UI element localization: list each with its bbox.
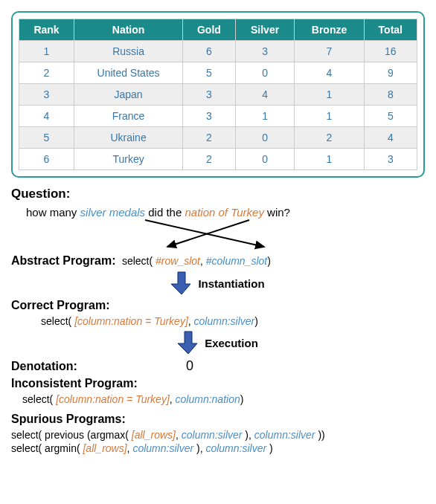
- sp2-c2: column:silver: [205, 442, 266, 454]
- cell-silver: 4: [235, 84, 295, 106]
- cell-nation: Turkey: [74, 149, 183, 170]
- cell-rank: 6: [19, 149, 74, 170]
- instantiation-row: Instantiation: [11, 271, 425, 296]
- cell-bronze: 1: [295, 149, 364, 170]
- cell-rank: 1: [19, 41, 74, 62]
- q-post: win?: [264, 206, 290, 219]
- cell-silver: 0: [235, 62, 295, 84]
- q-silver: silver medals: [80, 206, 146, 219]
- th-total: Total: [364, 19, 417, 41]
- cell-bronze: 4: [295, 62, 364, 84]
- ap-comma: ,: [200, 255, 206, 267]
- q-turkey: nation of Turkey: [185, 206, 263, 219]
- question-text: how many silver medals did the nation of…: [26, 206, 425, 219]
- cp-close: ): [254, 315, 258, 327]
- sp1-t4: )): [315, 429, 325, 441]
- ip-close: ): [240, 393, 244, 405]
- cell-silver: 3: [235, 41, 295, 62]
- ap-close: ): [267, 255, 271, 267]
- svg-line-1: [167, 220, 249, 247]
- th-bronze: Bronze: [295, 19, 364, 41]
- ap-colslot: #column_slot: [206, 255, 268, 267]
- cell-total: 16: [364, 41, 417, 62]
- inconsistent-code: select( [column:nation = Turkey], column…: [22, 393, 425, 405]
- down-arrow-icon: [178, 330, 199, 355]
- ap-pre: select(: [122, 255, 156, 267]
- cell-bronze: 1: [295, 106, 364, 127]
- cell-gold: 5: [183, 62, 236, 84]
- spurious-line-2: select( argmin( [all_rows], column:silve…: [11, 442, 425, 454]
- question-label: Question:: [11, 187, 425, 201]
- table-row: 5Ukraine2024: [19, 127, 417, 149]
- denotation-line: Denotation: 0: [11, 358, 425, 374]
- cp-comma: ,: [188, 315, 194, 327]
- table-row: 2United States5049: [19, 62, 417, 84]
- cell-rank: 2: [19, 62, 74, 84]
- cell-rank: 3: [19, 84, 74, 106]
- cell-gold: 3: [183, 106, 236, 127]
- cell-silver: 0: [235, 127, 295, 149]
- cell-gold: 2: [183, 149, 236, 170]
- cell-rank: 5: [19, 127, 74, 149]
- sp1-t2: ,: [176, 429, 182, 441]
- cell-total: 3: [364, 149, 417, 170]
- sp1-t3: ),: [242, 429, 254, 441]
- sp2-t4: ): [266, 442, 273, 454]
- sp1-all: [all_rows]: [132, 429, 176, 441]
- inconsistent-label-line: Inconsistent Program:: [11, 377, 425, 390]
- inconsistent-label: Inconsistent Program:: [11, 377, 138, 390]
- table-row: 3Japan3418: [19, 84, 417, 106]
- cell-nation: United States: [74, 62, 183, 84]
- spurious-line-1: select( previous (argmax( [all_rows], co…: [11, 429, 425, 441]
- cp-pre: select(: [41, 315, 74, 327]
- denotation-label: Denotation:: [11, 360, 119, 373]
- cell-gold: 6: [183, 41, 236, 62]
- cell-bronze: 1: [295, 84, 364, 106]
- abstract-program-line: Abstract Program: select( #row_slot, #co…: [11, 254, 425, 268]
- th-gold: Gold: [183, 19, 236, 41]
- cell-nation: Russia: [74, 41, 183, 62]
- cell-total: 4: [364, 127, 417, 149]
- th-rank: Rank: [19, 19, 74, 41]
- correct-program-code: select( [column:nation = Turkey], column…: [41, 315, 425, 327]
- cell-gold: 2: [183, 127, 236, 149]
- table-row: 4France3115: [19, 106, 417, 127]
- th-silver: Silver: [235, 19, 295, 41]
- cell-rank: 4: [19, 106, 74, 127]
- spurious-label-line: Spurious Programs:: [11, 413, 425, 426]
- ip-comma: ,: [170, 393, 176, 405]
- q-mid: did the: [145, 206, 185, 219]
- cell-silver: 1: [235, 106, 295, 127]
- cell-bronze: 7: [295, 41, 364, 62]
- cell-nation: Japan: [74, 84, 183, 106]
- cell-nation: Ukraine: [74, 127, 183, 149]
- correct-program-label-line: Correct Program:: [11, 299, 425, 312]
- denotation-value: 0: [186, 358, 193, 374]
- ip-col: column:nation: [176, 393, 240, 405]
- down-arrow-icon: [171, 271, 192, 296]
- svg-line-0: [145, 220, 264, 247]
- medal-table: Rank Nation Gold Silver Bronze Total 1Ru…: [19, 19, 417, 170]
- instantiation-label: Instantiation: [198, 277, 264, 290]
- ip-row: [column:nation = Turkey]: [56, 393, 170, 405]
- sp2-t3: ),: [193, 442, 205, 454]
- ip-pre: select(: [22, 393, 56, 405]
- cell-total: 9: [364, 62, 417, 84]
- sp1-c2: column:silver: [254, 429, 315, 441]
- cell-nation: France: [74, 106, 183, 127]
- cp-row: [column:nation = Turkey]: [74, 315, 188, 327]
- sp2-all: [all_rows]: [83, 442, 126, 454]
- sp1-c1: column:silver: [182, 429, 243, 441]
- medal-table-container: Rank Nation Gold Silver Bronze Total 1Ru…: [11, 11, 425, 178]
- execution-row: Execution: [11, 330, 425, 355]
- sp2-c1: column:silver: [132, 442, 193, 454]
- cell-silver: 0: [235, 149, 295, 170]
- sp2-t1: select( argmin(: [11, 442, 83, 454]
- cell-bronze: 2: [295, 127, 364, 149]
- cell-total: 8: [364, 84, 417, 106]
- cp-col: column:silver: [194, 315, 255, 327]
- execution-label: Execution: [205, 337, 258, 349]
- spurious-label: Spurious Programs:: [11, 413, 126, 426]
- correct-label: Correct Program:: [11, 299, 119, 312]
- sp1-t1: select( previous (argmax(: [11, 429, 132, 441]
